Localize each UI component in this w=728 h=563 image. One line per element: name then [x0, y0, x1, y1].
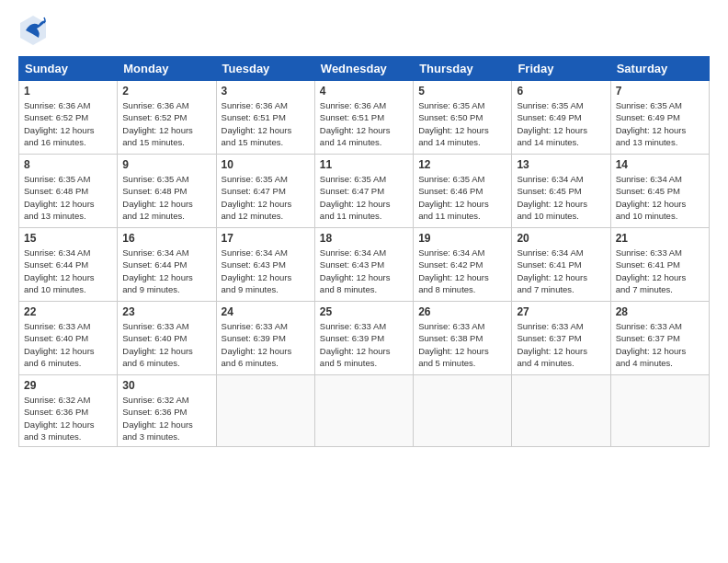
day-number: 6	[517, 85, 605, 98]
day-number: 13	[517, 158, 605, 171]
calendar-cell: 16Sunrise: 6:34 AM Sunset: 6:44 PM Dayli…	[118, 228, 216, 302]
col-header-thursday: Thursday	[414, 57, 512, 81]
day-number: 12	[418, 158, 506, 171]
calendar-cell: 28Sunrise: 6:33 AM Sunset: 6:37 PM Dayli…	[610, 302, 709, 375]
calendar-cell: 17Sunrise: 6:34 AM Sunset: 6:43 PM Dayli…	[216, 228, 314, 302]
day-number: 28	[616, 305, 704, 318]
calendar-cell: 30Sunrise: 6:32 AM Sunset: 6:36 PM Dayli…	[118, 375, 216, 447]
calendar-cell: 10Sunrise: 6:35 AM Sunset: 6:47 PM Dayli…	[216, 155, 314, 228]
day-info: Sunrise: 6:36 AM Sunset: 6:52 PM Dayligh…	[122, 99, 210, 148]
calendar-cell: 4Sunrise: 6:36 AM Sunset: 6:51 PM Daylig…	[314, 81, 413, 155]
day-number: 20	[517, 232, 605, 245]
calendar-cell	[414, 375, 512, 447]
day-info: Sunrise: 6:35 AM Sunset: 6:47 PM Dayligh…	[320, 173, 408, 222]
day-number: 22	[24, 305, 112, 318]
col-header-wednesday: Wednesday	[314, 57, 413, 81]
col-header-saturday: Saturday	[610, 57, 709, 81]
day-number: 11	[320, 158, 408, 171]
day-number: 29	[24, 379, 112, 392]
calendar-cell: 22Sunrise: 6:33 AM Sunset: 6:40 PM Dayli…	[19, 302, 118, 375]
day-info: Sunrise: 6:33 AM Sunset: 6:40 PM Dayligh…	[24, 320, 112, 369]
day-info: Sunrise: 6:33 AM Sunset: 6:39 PM Dayligh…	[320, 320, 408, 369]
day-number: 21	[616, 232, 704, 245]
day-info: Sunrise: 6:35 AM Sunset: 6:47 PM Dayligh…	[222, 173, 310, 222]
day-number: 14	[616, 158, 704, 171]
calendar-cell: 15Sunrise: 6:34 AM Sunset: 6:44 PM Dayli…	[19, 228, 118, 302]
day-number: 4	[320, 85, 408, 98]
day-info: Sunrise: 6:35 AM Sunset: 6:49 PM Dayligh…	[517, 99, 605, 148]
day-number: 17	[222, 232, 310, 245]
day-info: Sunrise: 6:33 AM Sunset: 6:41 PM Dayligh…	[616, 247, 704, 295]
calendar-cell: 25Sunrise: 6:33 AM Sunset: 6:39 PM Dayli…	[314, 302, 413, 375]
day-info: Sunrise: 6:32 AM Sunset: 6:36 PM Dayligh…	[122, 394, 210, 442]
day-info: Sunrise: 6:34 AM Sunset: 6:45 PM Dayligh…	[616, 173, 704, 222]
col-header-friday: Friday	[512, 57, 610, 81]
calendar-cell: 2Sunrise: 6:36 AM Sunset: 6:52 PM Daylig…	[118, 81, 216, 155]
calendar-cell: 14Sunrise: 6:34 AM Sunset: 6:45 PM Dayli…	[610, 155, 709, 228]
calendar-cell: 24Sunrise: 6:33 AM Sunset: 6:39 PM Dayli…	[216, 302, 314, 375]
day-info: Sunrise: 6:34 AM Sunset: 6:43 PM Dayligh…	[222, 247, 310, 295]
calendar-table: SundayMondayTuesdayWednesdayThursdayFrid…	[18, 56, 710, 447]
day-number: 30	[122, 379, 210, 392]
day-info: Sunrise: 6:34 AM Sunset: 6:41 PM Dayligh…	[517, 247, 605, 295]
day-number: 2	[122, 85, 210, 98]
day-info: Sunrise: 6:34 AM Sunset: 6:43 PM Dayligh…	[320, 247, 408, 295]
day-number: 25	[320, 305, 408, 318]
day-number: 26	[418, 305, 506, 318]
calendar-cell: 18Sunrise: 6:34 AM Sunset: 6:43 PM Dayli…	[314, 228, 413, 302]
day-number: 18	[320, 232, 408, 245]
day-number: 23	[122, 305, 210, 318]
day-number: 5	[418, 85, 506, 98]
day-number: 10	[222, 158, 310, 171]
col-header-sunday: Sunday	[19, 57, 118, 81]
day-info: Sunrise: 6:36 AM Sunset: 6:51 PM Dayligh…	[320, 99, 408, 148]
calendar-cell	[216, 375, 314, 447]
calendar-cell	[512, 375, 610, 447]
col-header-monday: Monday	[118, 57, 216, 81]
day-info: Sunrise: 6:33 AM Sunset: 6:37 PM Dayligh…	[616, 320, 704, 369]
day-info: Sunrise: 6:35 AM Sunset: 6:46 PM Dayligh…	[418, 173, 506, 222]
day-info: Sunrise: 6:32 AM Sunset: 6:36 PM Dayligh…	[24, 394, 112, 442]
day-info: Sunrise: 6:35 AM Sunset: 6:48 PM Dayligh…	[122, 173, 210, 222]
day-number: 19	[418, 232, 506, 245]
calendar-cell: 26Sunrise: 6:33 AM Sunset: 6:38 PM Dayli…	[414, 302, 512, 375]
day-number: 1	[24, 85, 112, 98]
calendar-cell: 20Sunrise: 6:34 AM Sunset: 6:41 PM Dayli…	[512, 228, 610, 302]
day-number: 24	[222, 305, 310, 318]
day-info: Sunrise: 6:34 AM Sunset: 6:44 PM Dayligh…	[24, 247, 112, 295]
calendar-cell: 21Sunrise: 6:33 AM Sunset: 6:41 PM Dayli…	[610, 228, 709, 302]
day-number: 3	[222, 85, 310, 98]
day-info: Sunrise: 6:34 AM Sunset: 6:42 PM Dayligh…	[418, 247, 506, 295]
calendar-cell: 11Sunrise: 6:35 AM Sunset: 6:47 PM Dayli…	[314, 155, 413, 228]
day-info: Sunrise: 6:33 AM Sunset: 6:37 PM Dayligh…	[517, 320, 605, 369]
calendar-cell: 6Sunrise: 6:35 AM Sunset: 6:49 PM Daylig…	[512, 81, 610, 155]
logo	[18, 14, 51, 47]
day-number: 27	[517, 305, 605, 318]
day-info: Sunrise: 6:33 AM Sunset: 6:39 PM Dayligh…	[222, 320, 310, 369]
calendar-cell	[610, 375, 709, 447]
calendar-cell: 5Sunrise: 6:35 AM Sunset: 6:50 PM Daylig…	[414, 81, 512, 155]
day-info: Sunrise: 6:34 AM Sunset: 6:44 PM Dayligh…	[122, 247, 210, 295]
calendar-cell: 19Sunrise: 6:34 AM Sunset: 6:42 PM Dayli…	[414, 228, 512, 302]
day-number: 9	[122, 158, 210, 171]
day-info: Sunrise: 6:33 AM Sunset: 6:38 PM Dayligh…	[418, 320, 506, 369]
calendar-cell: 7Sunrise: 6:35 AM Sunset: 6:49 PM Daylig…	[610, 81, 709, 155]
day-info: Sunrise: 6:35 AM Sunset: 6:49 PM Dayligh…	[616, 99, 704, 148]
calendar-cell: 12Sunrise: 6:35 AM Sunset: 6:46 PM Dayli…	[414, 155, 512, 228]
logo-icon	[18, 14, 48, 47]
day-number: 16	[122, 232, 210, 245]
calendar-cell: 9Sunrise: 6:35 AM Sunset: 6:48 PM Daylig…	[118, 155, 216, 228]
header	[18, 14, 710, 47]
day-number: 8	[24, 158, 112, 171]
day-number: 15	[24, 232, 112, 245]
day-number: 7	[616, 85, 704, 98]
day-info: Sunrise: 6:36 AM Sunset: 6:52 PM Dayligh…	[24, 99, 112, 148]
calendar-cell: 1Sunrise: 6:36 AM Sunset: 6:52 PM Daylig…	[19, 81, 118, 155]
calendar-cell: 13Sunrise: 6:34 AM Sunset: 6:45 PM Dayli…	[512, 155, 610, 228]
day-info: Sunrise: 6:35 AM Sunset: 6:48 PM Dayligh…	[24, 173, 112, 222]
calendar-cell: 3Sunrise: 6:36 AM Sunset: 6:51 PM Daylig…	[216, 81, 314, 155]
calendar-cell: 8Sunrise: 6:35 AM Sunset: 6:48 PM Daylig…	[19, 155, 118, 228]
calendar-cell: 27Sunrise: 6:33 AM Sunset: 6:37 PM Dayli…	[512, 302, 610, 375]
calendar-cell	[314, 375, 413, 447]
day-info: Sunrise: 6:35 AM Sunset: 6:50 PM Dayligh…	[418, 99, 506, 148]
